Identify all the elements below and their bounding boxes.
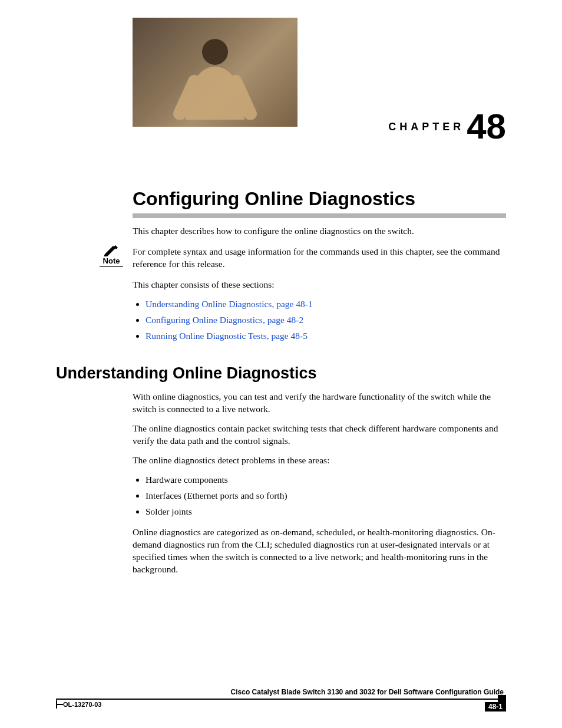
note-text: For complete syntax and usage informatio… <box>133 246 500 269</box>
pencil-icon <box>104 245 119 256</box>
footer-doc-id: OL-13270-03 <box>63 701 101 708</box>
title-rule <box>133 213 506 218</box>
areas-list: Hardware components Interfaces (Ethernet… <box>133 474 506 518</box>
list-item: Hardware components <box>146 474 506 486</box>
page-title: Configuring Online Diagnostics <box>133 188 506 210</box>
page-footer: Cisco Catalyst Blade Switch 3130 and 303… <box>56 688 506 710</box>
svg-point-0 <box>202 39 228 65</box>
footer-guide-title: Cisco Catalyst Blade Switch 3130 and 303… <box>56 688 506 696</box>
body-paragraph: The online diagnostics contain packet sw… <box>133 423 506 447</box>
toc-link[interactable]: Running Online Diagnostic Tests, page 48… <box>146 331 308 341</box>
note-block: Note For complete syntax and usage infor… <box>97 246 506 271</box>
footer-page-number: 48-1 <box>485 702 506 711</box>
section-heading: Understanding Online Diagnostics <box>56 364 506 383</box>
list-item: Interfaces (Ethernet ports and so forth) <box>146 490 506 502</box>
chapter-label: CHAPTER <box>388 121 464 133</box>
intro-paragraph: This chapter describes how to configure … <box>133 225 506 238</box>
body-paragraph: With online diagnostics, you can test an… <box>133 391 506 416</box>
chapter-photo <box>133 18 297 127</box>
list-item: Solder joints <box>146 506 506 518</box>
sections-lead: This chapter consists of these sections: <box>133 279 506 291</box>
toc-link[interactable]: Understanding Online Diagnostics, page 4… <box>146 299 313 309</box>
body-paragraph: Online diagnostics are categorized as on… <box>133 526 506 576</box>
chapter-number: 48 <box>467 107 506 146</box>
note-label: Note <box>100 256 123 268</box>
toc-link[interactable]: Configuring Online Diagnostics, page 48-… <box>146 315 303 325</box>
body-paragraph: The online diagnostics detect problems i… <box>133 454 506 467</box>
toc-list: Understanding Online Diagnostics, page 4… <box>133 298 506 342</box>
